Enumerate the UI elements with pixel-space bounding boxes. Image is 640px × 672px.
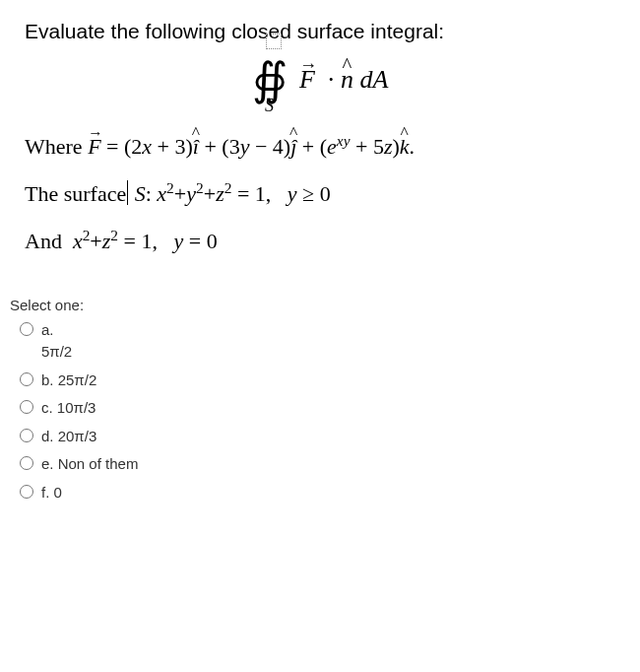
and-line: And x2+z2 = 1, y = 0 xyxy=(25,222,615,261)
surface-line: The surface S: x2+y2+z2 = 1, y ≥ 0 xyxy=(25,174,615,214)
option-c-value: 10π/3 xyxy=(57,399,96,416)
option-e-value: Non of them xyxy=(58,455,139,472)
radio-f[interactable] xyxy=(20,485,33,499)
radio-b[interactable] xyxy=(20,372,33,386)
option-b[interactable]: b. 25π/2 xyxy=(20,370,640,392)
answer-area: Select one: a. 5π/2 b. 25π/2 c. 10π/3 d.… xyxy=(0,297,640,504)
math-block: ∯ S F→ · n dA Where F→ = (2x + 3)î + (3y… xyxy=(25,57,615,261)
option-a[interactable]: a. 5π/2 xyxy=(20,319,640,364)
option-a-prefix: a. xyxy=(41,319,72,342)
option-e-prefix: e. xyxy=(41,455,54,472)
text-cursor xyxy=(127,180,128,204)
option-d-value: 20π/3 xyxy=(58,428,97,444)
option-f[interactable]: f. 0 xyxy=(20,482,640,504)
option-c[interactable]: c. 10π/3 xyxy=(20,397,640,420)
option-a-value: 5π/2 xyxy=(41,341,72,364)
radio-d[interactable] xyxy=(20,429,33,442)
option-d-prefix: d. xyxy=(41,428,54,444)
option-b-prefix: b. xyxy=(41,371,54,388)
radio-c[interactable] xyxy=(20,400,33,414)
option-f-value: 0 xyxy=(54,484,62,501)
where-line: Where F→ = (2x + 3)î + (3y − 4)ĵ + (exy … xyxy=(25,127,615,167)
integral-expression: ∯ S F→ · n dA xyxy=(25,57,615,102)
option-f-prefix: f. xyxy=(41,484,49,501)
option-c-prefix: c. xyxy=(41,399,53,416)
question-stem: Evaluate the following closed surface in… xyxy=(0,0,640,289)
radio-a[interactable] xyxy=(20,322,33,336)
flag-icon[interactable] xyxy=(266,34,282,49)
option-e[interactable]: e. Non of them xyxy=(20,453,640,476)
prompt-text: Evaluate the following closed surface in… xyxy=(25,20,615,43)
option-d[interactable]: d. 20π/3 xyxy=(20,426,640,448)
select-one-label: Select one: xyxy=(10,297,640,313)
option-b-value: 25π/2 xyxy=(58,371,97,388)
radio-e[interactable] xyxy=(20,456,33,470)
